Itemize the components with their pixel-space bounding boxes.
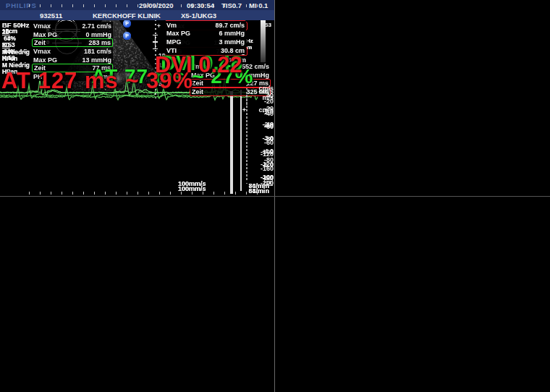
ultrasound-quad-screen: PHILIPS 14/12/2020 08:43:47 TIS0.7 MI 0.…	[0, 0, 550, 392]
measurement-row: Vm89.7 cm/s	[165, 21, 246, 30]
measurement-row: Zeit283 ms	[32, 38, 113, 47]
measurement-value: 13 mmHg	[82, 56, 111, 64]
scale-label: cm/s	[258, 85, 274, 92]
annotation-text: DVI 0.22	[155, 52, 242, 78]
measurement-label: Max PG	[33, 56, 57, 64]
measurement-row: Max PG13 mmHg	[32, 56, 113, 64]
spectral-edge-line	[230, 91, 232, 194]
caliper-marker: ::	[23, 47, 28, 54]
measurement-row: ::Vmax181 cm/s	[32, 47, 113, 56]
probe-orientation-marker: P	[123, 32, 131, 40]
scale-label: -80	[264, 136, 274, 142]
measurement-label: Vmax	[33, 48, 51, 55]
measurement-label: Max PG	[166, 30, 190, 37]
measurement-label: Zeit	[192, 88, 203, 95]
transducer-label: S3	[264, 22, 271, 28]
measurement-row: Max PG6 mmHg	[165, 29, 246, 38]
measurement-label: Max PG	[33, 31, 57, 38]
sweep-speed: 100mm/s	[178, 180, 206, 187]
scale-tag: 19	[264, 179, 273, 186]
scale-label: -40	[264, 111, 274, 117]
measurement-value: 2.71 cm/s	[82, 22, 111, 30]
measurement-value: 3 mmHg	[219, 38, 245, 46]
measurement-value: 181 cm/s	[84, 48, 111, 55]
scale-label: -120	[261, 161, 274, 168]
measurement-label: Vmax	[33, 22, 51, 30]
baseline-plus-marker: +	[242, 106, 246, 114]
measurement-value: 6 mmHg	[219, 30, 245, 37]
spectral-edge-line	[232, 91, 233, 194]
scale-label: -60	[264, 124, 274, 130]
caliper-marker: +	[23, 22, 27, 29]
time-ticks-bottom	[29, 192, 258, 195]
patient-id: 932511	[40, 12, 62, 20]
measurement-value: 283 ms	[88, 39, 111, 46]
transducer-preset: X5-1/UKG3	[181, 12, 216, 20]
scale-label: -20	[264, 98, 274, 105]
quadrant-divider-horizontal	[0, 196, 550, 197]
time-ticks-top	[29, 4, 258, 7]
measurement-row: +Vmax2.71 cm/s	[32, 22, 113, 30]
clinic-name: KERCKHOFF KLINIK	[93, 12, 161, 20]
system-header: PHILIPS 29/09/2020 09:30:54 TIS0.7 MI 0.…	[0, 0, 275, 20]
spectral-doppler-display	[0, 90, 241, 191]
probe-orientation-marker: P	[123, 20, 131, 27]
measurement-row: MPG3 mmHg	[165, 38, 246, 46]
spectral-edge-line	[240, 90, 242, 191]
caliper-marker: +	[157, 22, 161, 30]
measurement-row: Max PG0 mmHg	[32, 30, 113, 39]
measurement-label: MPG	[166, 38, 182, 46]
scale-label: -100	[261, 149, 274, 155]
velocity-scale: cm/s-20-40-60-80-100-120-140	[248, 85, 274, 181]
measurement-label: Vm	[166, 22, 177, 29]
measurement-value: 0 mmHg	[85, 31, 111, 38]
measurement-label: Zeit	[34, 39, 46, 46]
focus-marker-icon	[153, 35, 158, 43]
measurement-value: 89.7 cm/s	[215, 22, 245, 29]
